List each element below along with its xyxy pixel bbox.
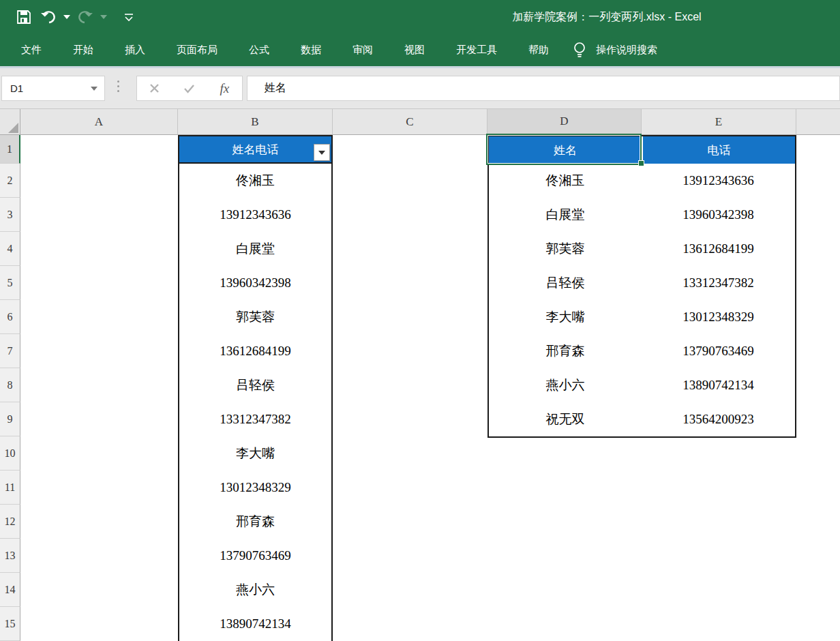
cell-d3[interactable]: 白展堂	[489, 198, 642, 232]
row-header-11[interactable]: 11	[0, 471, 20, 505]
insert-function-button[interactable]: fx	[211, 78, 238, 99]
table-row: 吕轻侯 13312347382	[489, 266, 795, 300]
row-header-4[interactable]: 4	[0, 232, 20, 266]
cell-b4[interactable]: 白展堂	[179, 232, 331, 266]
undo-button[interactable]	[38, 7, 59, 27]
cell-b3[interactable]: 13912343636	[179, 198, 331, 232]
tell-me-label: 操作说明搜索	[596, 44, 657, 57]
cell-d6[interactable]: 李大嘴	[489, 300, 642, 334]
b-header-cell[interactable]: 姓名电话	[179, 136, 331, 164]
select-all-triangle-icon	[8, 123, 18, 133]
cell-b2[interactable]: 佟湘玉	[179, 164, 331, 198]
cell-b5[interactable]: 13960342398	[179, 266, 331, 300]
table-row: 白展堂 13960342398	[489, 198, 795, 232]
tab-insert[interactable]: 插入	[109, 34, 161, 66]
column-header-e[interactable]: E	[642, 109, 796, 135]
enter-button[interactable]	[176, 78, 203, 99]
row-header-2[interactable]: 2	[0, 164, 20, 198]
cell-d9[interactable]: 祝无双	[489, 402, 642, 436]
row-header-12[interactable]: 12	[0, 505, 20, 539]
column-header-c[interactable]: C	[333, 109, 487, 135]
cell-e7[interactable]: 13790763469	[642, 334, 795, 368]
row-header-15[interactable]: 15	[0, 607, 20, 641]
row-header-9[interactable]: 9	[0, 402, 20, 436]
cell-e6[interactable]: 13012348329	[642, 300, 795, 334]
cell-b6[interactable]: 郭芙蓉	[179, 300, 331, 334]
b-header-label: 姓名电话	[232, 142, 279, 158]
cell-b8[interactable]: 吕轻侯	[179, 368, 331, 402]
row-header-5[interactable]: 5	[0, 266, 20, 300]
column-header-a[interactable]: A	[20, 109, 178, 135]
redo-dropdown[interactable]	[100, 7, 108, 27]
ribbon-tab-bar: 文件 开始 插入 页面布局 公式 数据 审阅 视图 开发工具 帮助 操作说明搜索	[0, 34, 840, 66]
tab-review[interactable]: 审阅	[337, 34, 389, 66]
name-box-value: D1	[2, 83, 91, 94]
cell-b11[interactable]: 13012348329	[179, 471, 331, 505]
cell-e1-phone-header[interactable]: 电话	[643, 136, 795, 164]
formula-buttons-group: fx	[136, 76, 243, 101]
filter-dropdown-button[interactable]	[314, 144, 330, 161]
cell-b10[interactable]: 李大嘴	[179, 436, 331, 471]
cell-e3[interactable]: 13960342398	[642, 198, 795, 232]
row-header-6[interactable]: 6	[0, 300, 20, 334]
undo-dropdown[interactable]	[63, 7, 71, 27]
cancel-button[interactable]	[141, 78, 168, 99]
formula-bar-strip: D1 fx 姓名	[0, 68, 840, 109]
save-icon	[16, 10, 31, 25]
cancel-x-icon	[149, 83, 160, 93]
row-header-3[interactable]: 3	[0, 198, 20, 232]
cell-e8[interactable]: 13890742134	[642, 368, 795, 402]
row-header-10[interactable]: 10	[0, 436, 20, 471]
column-header-d[interactable]: D	[487, 109, 642, 135]
cell-b7[interactable]: 13612684199	[179, 334, 331, 368]
qat-customize-button[interactable]	[119, 7, 139, 27]
cell-d1-name-header[interactable]: 姓名	[489, 136, 642, 164]
column-header-stub[interactable]	[796, 109, 840, 135]
cell-d2[interactable]: 佟湘玉	[489, 164, 642, 198]
cell-e9[interactable]: 13564200923	[642, 402, 795, 436]
window-title: 加薪学院案例：一列变两列.xlsx - Excel	[512, 0, 701, 34]
tab-help[interactable]: 帮助	[513, 34, 565, 66]
cell-d4[interactable]: 郭芙蓉	[489, 232, 642, 266]
select-all-corner[interactable]	[0, 109, 20, 135]
save-button[interactable]	[14, 7, 34, 27]
cell-d5[interactable]: 吕轻侯	[489, 266, 642, 300]
tell-me-search[interactable]: 操作说明搜索	[573, 42, 657, 59]
de-table: 姓名 电话 佟湘玉 13912343636 白展堂 13960342398 郭芙…	[487, 135, 796, 438]
cell-e4[interactable]: 13612684199	[642, 232, 795, 266]
cell-b9[interactable]: 13312347382	[179, 402, 331, 436]
row-header-8[interactable]: 8	[0, 368, 20, 402]
tab-page-layout[interactable]: 页面布局	[161, 34, 233, 66]
row-header-1[interactable]: 1	[0, 135, 20, 164]
redo-button[interactable]	[75, 7, 95, 27]
name-box[interactable]: D1	[1, 76, 105, 101]
tab-file[interactable]: 文件	[5, 34, 57, 66]
fx-icon: fx	[220, 81, 229, 96]
name-box-dropdown-icon[interactable]	[91, 87, 97, 91]
tab-data[interactable]: 数据	[285, 34, 337, 66]
row-header-13[interactable]: 13	[0, 539, 20, 573]
cell-d8[interactable]: 燕小六	[489, 368, 642, 402]
table-row: 李大嘴 13012348329	[489, 300, 795, 334]
cell-e2[interactable]: 13912343636	[642, 164, 795, 198]
tab-home[interactable]: 开始	[57, 34, 109, 66]
quick-access-toolbar	[14, 0, 139, 34]
tab-developer[interactable]: 开发工具	[440, 34, 513, 66]
row-header-7[interactable]: 7	[0, 334, 20, 368]
cell-d7[interactable]: 邢育森	[489, 334, 642, 368]
cell-b15[interactable]: 13890742134	[179, 607, 331, 641]
tab-view[interactable]: 视图	[389, 34, 440, 66]
formula-input[interactable]: 姓名	[247, 76, 840, 101]
cell-b14[interactable]: 燕小六	[179, 573, 331, 607]
fill-handle[interactable]	[638, 160, 644, 166]
table-row: 郭芙蓉 13612684199	[489, 232, 795, 266]
cell-e5[interactable]: 13312347382	[642, 266, 795, 300]
customize-toolbar-icon	[123, 12, 134, 22]
tab-formulas[interactable]: 公式	[233, 34, 285, 66]
column-header-b[interactable]: B	[178, 109, 333, 135]
row-header-14[interactable]: 14	[0, 573, 20, 607]
cell-b13[interactable]: 13790763469	[179, 539, 331, 573]
checkmark-icon	[183, 84, 195, 93]
cell-b12[interactable]: 邢育森	[179, 505, 331, 539]
formula-bar-separator-dots	[115, 80, 121, 92]
